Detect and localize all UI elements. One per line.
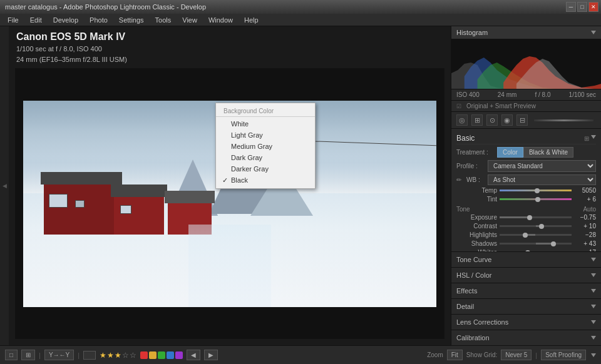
window-3 <box>120 205 131 214</box>
ctx-dark-gray[interactable]: Dark Gray <box>216 152 315 163</box>
main-layout: ◀ Canon EOS 5D Mark IV 1/100 sec at f / … <box>0 26 601 345</box>
separator-2: | <box>78 351 80 359</box>
ctx-black[interactable]: Black <box>216 174 315 186</box>
roof-2 <box>111 185 167 197</box>
color-btn[interactable]: Color <box>497 147 523 158</box>
histogram-svg <box>451 39 601 89</box>
fit-btn[interactable]: Y→←Y <box>44 350 74 360</box>
wb-select[interactable]: As Shot Auto Daylight <box>488 174 596 185</box>
basic-title: Basic <box>456 134 475 143</box>
tool-redeye[interactable]: ◉ <box>501 114 513 126</box>
tint-value: + 6 <box>574 196 596 203</box>
exposure-thumb[interactable] <box>527 215 532 220</box>
highlights-value: −28 <box>574 231 596 238</box>
minimize-button[interactable]: ─ <box>566 2 576 12</box>
calibration-label: Calibration <box>456 334 490 341</box>
basic-collapse-icon[interactable] <box>591 135 596 139</box>
effects-section[interactable]: Effects <box>451 283 601 298</box>
soft-proofing-expand[interactable] <box>591 353 596 357</box>
tool-crop[interactable]: ⊞ <box>471 114 483 126</box>
detail-label: Detail <box>456 303 474 310</box>
purple-label[interactable] <box>175 351 183 359</box>
photo-title: Canon EOS 5D Mark IV <box>16 31 443 43</box>
tone-subsection: Tone Auto <box>456 205 596 214</box>
ctx-darker-gray[interactable]: Darker Gray <box>216 163 315 174</box>
shadows-thumb[interactable] <box>551 241 556 246</box>
star-5[interactable]: ☆ <box>130 351 136 360</box>
soft-proofing-btn[interactable]: Soft Proofing <box>541 350 586 360</box>
menu-item-file[interactable]: File <box>3 15 24 25</box>
menu-item-edit[interactable]: Edit <box>25 15 47 25</box>
menu-item-photo[interactable]: Photo <box>85 15 113 25</box>
histogram-collapse-icon[interactable] <box>591 31 596 34</box>
tool-healing[interactable]: ⊙ <box>486 114 498 126</box>
window-1 <box>49 194 68 208</box>
lens-label: Lens Corrections <box>456 318 508 326</box>
menu-item-help[interactable]: Help <box>239 15 264 25</box>
tone-curve-section[interactable]: Tone Curve <box>451 251 601 267</box>
close-button[interactable]: ✕ <box>588 2 598 12</box>
tool-gradfilter[interactable]: ⊟ <box>516 114 528 126</box>
wb-eyedropper-icon[interactable]: ✏ <box>456 176 461 183</box>
exposure-label: Exposure <box>456 214 497 221</box>
view-single-btn[interactable]: □ <box>5 350 18 360</box>
highlights-thumb[interactable] <box>523 233 528 238</box>
ctx-light-gray[interactable]: Light Gray <box>216 129 315 141</box>
tool-target[interactable]: ◎ <box>456 114 468 126</box>
effects-label: Effects <box>456 287 477 295</box>
star-3[interactable]: ★ <box>115 351 121 360</box>
temp-label: Temp <box>456 187 497 194</box>
next-nav-btn[interactable]: ▶ <box>204 350 218 360</box>
fit-zoom-btn[interactable]: Fit <box>447 350 463 360</box>
tone-label: Tone <box>456 206 470 213</box>
exposure-track[interactable] <box>500 216 572 218</box>
profile-select[interactable]: Camera Standard Adobe Color Adobe Landsc… <box>488 160 596 172</box>
temp-track[interactable] <box>500 190 572 191</box>
detail-section[interactable]: Detail <box>451 298 601 314</box>
auto-btn[interactable]: Auto <box>583 206 596 213</box>
menu-item-develop[interactable]: Develop <box>48 15 83 25</box>
menu-item-view[interactable]: View <box>177 15 202 25</box>
tint-track[interactable] <box>500 198 572 200</box>
temp-thumb[interactable] <box>535 188 540 193</box>
ctx-white[interactable]: White <box>216 118 315 129</box>
bw-btn[interactable]: Black & White <box>523 147 573 158</box>
tint-thumb[interactable] <box>535 197 540 202</box>
prev-nav-btn[interactable]: ◀ <box>187 350 200 360</box>
lens-section[interactable]: Lens Corrections <box>451 314 601 330</box>
star-1[interactable]: ★ <box>100 351 106 360</box>
menu-item-settings[interactable]: Settings <box>114 15 149 25</box>
maximize-button[interactable]: □ <box>577 2 587 12</box>
grid-value-btn[interactable]: Never 5 <box>501 350 532 360</box>
hsl-section[interactable]: HSL / Color <box>451 267 601 283</box>
effects-icon <box>591 289 596 293</box>
star-4[interactable]: ☆ <box>122 351 129 360</box>
star-2[interactable]: ★ <box>107 351 114 360</box>
ctx-medium-gray[interactable]: Medium Gray <box>216 141 315 152</box>
tint-label: Tint <box>456 196 497 203</box>
shadows-track[interactable] <box>500 243 572 245</box>
view-grid-btn[interactable]: ⊞ <box>21 350 35 360</box>
red-label[interactable] <box>140 351 148 359</box>
contrast-thumb[interactable] <box>539 224 544 229</box>
blue-label[interactable] <box>167 351 174 359</box>
snow-path <box>188 225 271 307</box>
star-rating[interactable]: ★ ★ ★ ☆ ☆ <box>100 351 136 360</box>
photo-meta-line1: 1/100 sec at f / 8.0, ISO 400 <box>16 44 443 54</box>
tone-curve-icon <box>591 258 596 261</box>
menu-item-window[interactable]: Window <box>203 15 238 25</box>
menu-item-tools[interactable]: Tools <box>150 15 177 25</box>
calibration-section[interactable]: Calibration <box>451 330 601 345</box>
highlights-track[interactable] <box>500 234 572 236</box>
contrast-track[interactable] <box>500 225 572 227</box>
green-label[interactable] <box>158 351 165 359</box>
color-swatch[interactable] <box>83 351 96 360</box>
left-panel: ◀ <box>0 26 9 345</box>
histogram-label: Histogram <box>456 29 488 36</box>
contrast-value: + 10 <box>574 223 596 230</box>
whites-thumb[interactable] <box>525 250 530 252</box>
grid-icon: ⊞ <box>584 135 589 142</box>
yellow-label[interactable] <box>149 351 157 359</box>
tint-slider-row: Tint + 6 <box>456 196 596 203</box>
basic-panel[interactable]: Basic ⊞ Treatment : Color Black & White … <box>451 129 601 251</box>
